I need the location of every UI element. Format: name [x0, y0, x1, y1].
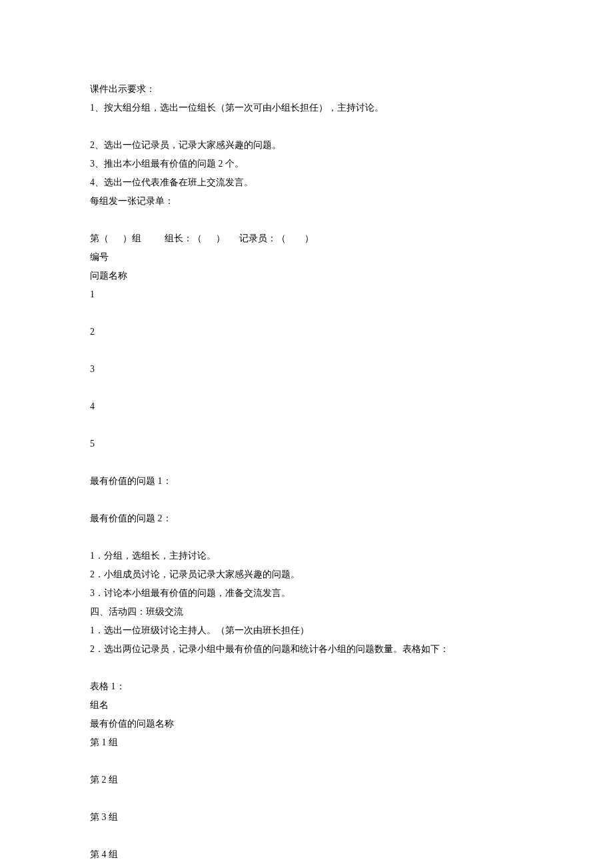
activity-four-title: 四、活动四：班级交流	[90, 603, 523, 621]
title: 课件出示要求：	[90, 80, 523, 99]
row-2: 2	[90, 323, 523, 341]
label-question-name: 问题名称	[90, 267, 523, 285]
leader-blank	[202, 233, 216, 243]
rule-1: 1、按大组分组，选出一位组长（第一次可由小组长担任），主持讨论。	[90, 99, 523, 117]
row-5: 5	[90, 435, 523, 453]
form-header-line: 第（ ）组 组长：（ ） 记录员：（ ）	[90, 229, 523, 248]
group-suffix: ）组	[123, 233, 141, 243]
step-1: 1．分组，选组长，主持讨论。	[90, 547, 523, 565]
recorder-suffix: ）	[305, 233, 314, 243]
leader-suffix: ）	[216, 233, 225, 243]
rule-2: 2、选出一位记录员，记录大家感兴趣的问题。	[90, 136, 523, 155]
valuable-question-1: 最有价值的问题 1：	[90, 472, 523, 491]
table1-group-1: 第 1 组	[90, 733, 523, 752]
table1-col1: 组名	[90, 696, 523, 715]
group-prefix: 第（	[90, 233, 109, 243]
table1-group-3: 第 3 组	[90, 808, 523, 827]
recorder-prefix: 记录员：（	[239, 233, 286, 243]
table1-group-2: 第 2 组	[90, 771, 523, 789]
step-2: 2．小组成员讨论，记录员记录大家感兴趣的问题。	[90, 565, 523, 584]
step-3: 3．讨论本小组最有价值的问题，准备交流发言。	[90, 584, 523, 603]
valuable-question-2: 最有价值的问题 2：	[90, 509, 523, 528]
activity-step-1: 1．选出一位班级讨论主持人。（第一次由班长担任）	[90, 621, 523, 640]
leader-prefix: 组长：（	[165, 233, 202, 243]
activity-step-2: 2．选出两位记录员，记录小组中最有价值的问题和统计各小组的问题数量。表格如下：	[90, 640, 523, 659]
table1-title: 表格 1：	[90, 677, 523, 696]
record-sheet-intro: 每组发一张记录单：	[90, 192, 523, 211]
table1-group-4: 第 4 组	[90, 845, 523, 864]
rule-4: 4、选出一位代表准备在班上交流发言。	[90, 173, 523, 192]
recorder-blank	[286, 233, 305, 243]
rule-3: 3、推出本小组最有价值的问题 2 个。	[90, 155, 523, 173]
row-4: 4	[90, 397, 523, 416]
group-blank	[109, 233, 123, 243]
label-number: 编号	[90, 248, 523, 267]
row-3: 3	[90, 360, 523, 379]
table1-col2: 最有价值的问题名称	[90, 715, 523, 733]
row-1: 1	[90, 285, 523, 304]
